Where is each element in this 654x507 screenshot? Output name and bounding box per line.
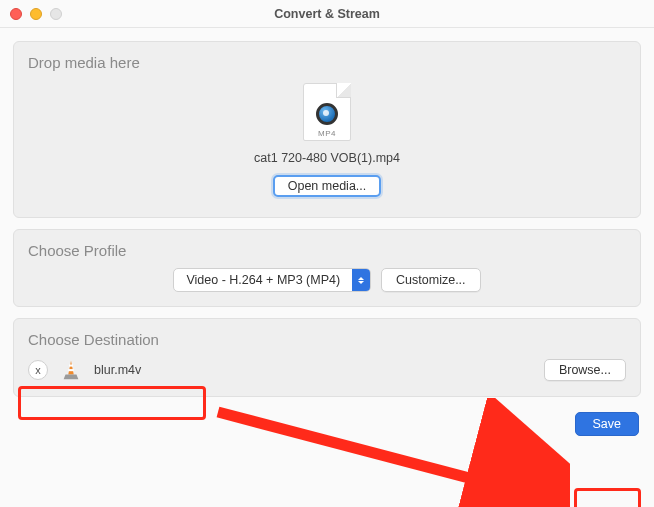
svg-marker-0: [68, 361, 74, 375]
drop-media-panel: Drop media here quicktime-icon MP4 cat1 …: [13, 41, 641, 218]
destination-label: Choose Destination: [28, 331, 626, 348]
window-title: Convert & Stream: [0, 7, 654, 21]
titlebar: Convert & Stream: [0, 0, 654, 28]
select-arrows-icon: [352, 269, 370, 291]
file-ext-label: MP4: [318, 129, 336, 138]
profile-panel: Choose Profile Video - H.264 + MP3 (MP4)…: [13, 229, 641, 307]
file-icon: quicktime-icon MP4: [303, 83, 351, 141]
drop-media-label: Drop media here: [28, 54, 626, 71]
destination-filename: blur.m4v: [94, 363, 532, 377]
maximize-window-button: [50, 8, 62, 20]
drop-area[interactable]: quicktime-icon MP4 cat1 720-480 VOB(1).m…: [28, 71, 626, 205]
quicktime-icon: [316, 103, 338, 125]
footer: Save: [13, 408, 641, 436]
svg-rect-2: [68, 369, 74, 371]
svg-rect-1: [69, 365, 73, 367]
profile-label: Choose Profile: [28, 242, 626, 259]
browse-button[interactable]: Browse...: [544, 359, 626, 381]
vlc-icon: vlc-icon: [60, 358, 82, 382]
profile-selected-value: Video - H.264 + MP3 (MP4): [174, 273, 352, 287]
destination-panel: Choose Destination x vlc-icon blur.m4v B…: [13, 318, 641, 397]
open-media-button[interactable]: Open media...: [273, 175, 382, 197]
content: Drop media here quicktime-icon MP4 cat1 …: [0, 28, 654, 449]
annotation-highlight-save: [574, 488, 641, 507]
minimize-window-button[interactable]: [30, 8, 42, 20]
profile-select[interactable]: Video - H.264 + MP3 (MP4): [173, 268, 371, 292]
dropped-filename: cat1 720-480 VOB(1).mp4: [254, 151, 400, 165]
customize-button[interactable]: Customize...: [381, 268, 480, 292]
window-controls: [10, 8, 62, 20]
close-window-button[interactable]: [10, 8, 22, 20]
save-button[interactable]: Save: [575, 412, 640, 436]
clear-destination-button[interactable]: x: [28, 360, 48, 380]
destination-row: x vlc-icon blur.m4v Browse...: [28, 348, 626, 384]
profile-row: Video - H.264 + MP3 (MP4) Customize...: [28, 259, 626, 294]
svg-marker-3: [64, 375, 79, 380]
